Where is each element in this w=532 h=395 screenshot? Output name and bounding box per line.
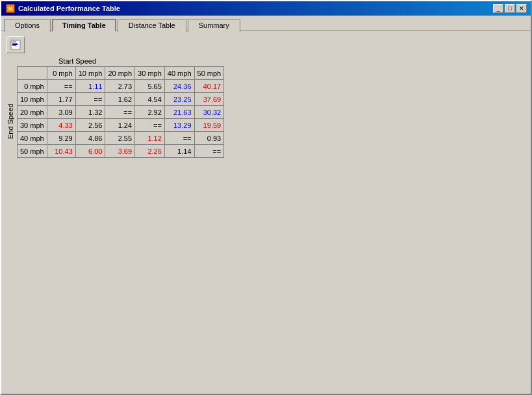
table-cell: 3.69 bbox=[105, 145, 135, 158]
col-header-20mph: 20 mph bbox=[105, 67, 135, 80]
close-button[interactable]: ✕ bbox=[516, 4, 527, 13]
table-cell: 0.93 bbox=[194, 132, 224, 145]
minimize-button[interactable]: _ bbox=[493, 4, 503, 13]
tab-bar: Options Timing Table Distance Table Summ… bbox=[1, 16, 531, 31]
tab-options[interactable]: Options bbox=[4, 19, 51, 32]
svg-text:M: M bbox=[8, 6, 13, 12]
table-cell: 1.12 bbox=[135, 132, 165, 145]
table-cell: 9.29 bbox=[47, 132, 75, 145]
row-header-30mph: 30 mph bbox=[18, 119, 47, 132]
maximize-button[interactable]: □ bbox=[505, 4, 515, 13]
table-cell: 2.92 bbox=[135, 106, 165, 119]
title-bar-left: M Calculated Performance Table bbox=[5, 3, 120, 14]
table-cell: 2.55 bbox=[105, 132, 135, 145]
table-row: 40 mph9.294.862.551.12==0.93 bbox=[18, 132, 224, 145]
table-cell: 2.73 bbox=[105, 80, 135, 93]
table-cell: 2.26 bbox=[135, 145, 165, 158]
table-cell: == bbox=[105, 106, 135, 119]
table-cell: 24.36 bbox=[164, 80, 194, 93]
col-header-0mph: 0 mph bbox=[47, 67, 75, 80]
col-header-30mph: 30 mph bbox=[135, 67, 165, 80]
table-cell: == bbox=[194, 145, 224, 158]
col-header-40mph: 40 mph bbox=[164, 67, 194, 80]
col-header-50mph: 50 mph bbox=[194, 67, 224, 80]
table-row: 10 mph1.77==1.624.5423.2537.69 bbox=[18, 93, 224, 106]
title-bar: M Calculated Performance Table _ □ ✕ bbox=[1, 1, 531, 16]
start-speed-label: Start Speed bbox=[58, 57, 96, 65]
row-header-40mph: 40 mph bbox=[18, 132, 47, 145]
table-cell: 1.77 bbox=[47, 93, 75, 106]
table-cell: 5.65 bbox=[135, 80, 165, 93]
app-icon: M bbox=[5, 3, 16, 14]
table-cell: 13.29 bbox=[164, 119, 194, 132]
table-cell: 1.14 bbox=[164, 145, 194, 158]
toolbar bbox=[6, 36, 526, 53]
row-header-10mph: 10 mph bbox=[18, 93, 47, 106]
table-cell: 1.24 bbox=[105, 119, 135, 132]
tab-timing[interactable]: Timing Table bbox=[52, 19, 116, 32]
table-cell: 30.32 bbox=[194, 106, 224, 119]
table-cell: 1.62 bbox=[105, 93, 135, 106]
table-cell: 4.33 bbox=[47, 119, 75, 132]
table-row: 50 mph10.436.003.692.261.14== bbox=[18, 145, 224, 158]
table-cell: 4.54 bbox=[135, 93, 165, 106]
table-cell: 6.00 bbox=[75, 145, 105, 158]
table-cell: 21.63 bbox=[164, 106, 194, 119]
table-header-row: 0 mph 10 mph 20 mph 30 mph 40 mph 50 mph bbox=[18, 67, 224, 80]
title-bar-buttons: _ □ ✕ bbox=[493, 4, 527, 13]
main-window: M Calculated Performance Table _ □ ✕ Opt… bbox=[0, 0, 532, 395]
row-header-20mph: 20 mph bbox=[18, 106, 47, 119]
table-row: 20 mph3.091.32==2.9221.6330.32 bbox=[18, 106, 224, 119]
table-cell: == bbox=[75, 93, 105, 106]
row-header-0mph: 0 mph bbox=[18, 80, 47, 93]
table-cell: == bbox=[164, 132, 194, 145]
svg-rect-5 bbox=[12, 44, 18, 45]
col-header-10mph: 10 mph bbox=[75, 67, 105, 80]
table-cell: 3.09 bbox=[47, 106, 75, 119]
table-cell: == bbox=[135, 119, 165, 132]
table-cell: 4.86 bbox=[75, 132, 105, 145]
table-cell: 40.17 bbox=[194, 80, 224, 93]
timing-table: 0 mph 10 mph 20 mph 30 mph 40 mph 50 mph… bbox=[17, 66, 224, 158]
table-cell: 1.32 bbox=[75, 106, 105, 119]
table-row: 0 mph==1.112.735.6524.3640.17 bbox=[18, 80, 224, 93]
window-title: Calculated Performance Table bbox=[18, 5, 120, 12]
table-row: 30 mph4.332.561.24==13.2919.59 bbox=[18, 119, 224, 132]
end-speed-label: End Speed bbox=[6, 79, 14, 164]
table-cell: 23.25 bbox=[164, 93, 194, 106]
row-header-50mph: 50 mph bbox=[18, 145, 47, 158]
table-cell: 19.59 bbox=[194, 119, 224, 132]
export-button[interactable] bbox=[6, 36, 25, 53]
svg-rect-6 bbox=[12, 45, 16, 46]
tab-distance[interactable]: Distance Table bbox=[118, 19, 186, 32]
table-cell: 1.11 bbox=[75, 80, 105, 93]
table-cell: 37.69 bbox=[194, 93, 224, 106]
corner-cell bbox=[18, 67, 47, 80]
svg-rect-7 bbox=[11, 40, 14, 43]
table-container: Start Speed End Speed 0 mph 10 mph 20 mp… bbox=[6, 57, 526, 164]
tab-summary[interactable]: Summary bbox=[188, 19, 240, 32]
table-cell: 10.43 bbox=[47, 145, 75, 158]
table-cell: == bbox=[47, 80, 75, 93]
table-wrapper: End Speed 0 mph 10 mph 20 mph 30 mph 40 … bbox=[6, 66, 224, 164]
content-area: Start Speed End Speed 0 mph 10 mph 20 mp… bbox=[1, 31, 531, 394]
table-cell: 2.56 bbox=[75, 119, 105, 132]
